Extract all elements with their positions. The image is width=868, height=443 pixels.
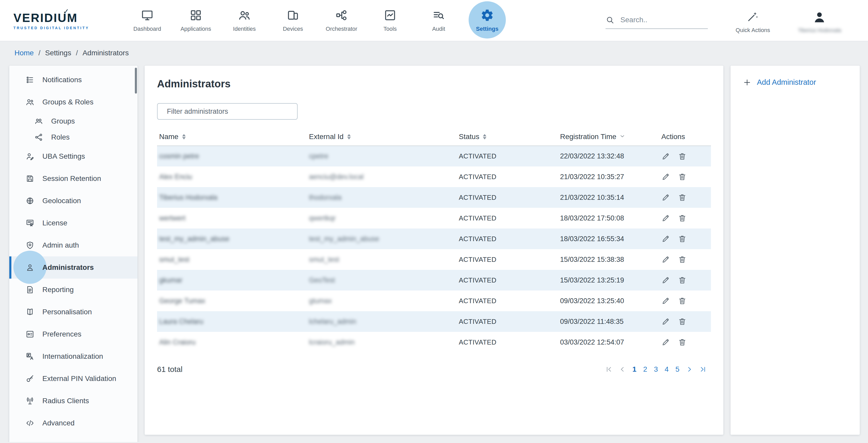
sidebar-item-preferences[interactable]: Preferences [9,323,137,345]
sidebar-item-external-pin-validation[interactable]: External PIN Validation [9,367,137,390]
search-input[interactable] [621,16,698,24]
quick-actions-button[interactable]: Quick Actions [736,10,770,34]
internationalization-icon [25,352,35,361]
admin-status: ACTIVATED [459,297,497,305]
breadcrumb: Home / Settings / Administrators [0,41,868,65]
table-row[interactable]: test_my_admin_abusetest_my_admin_abuseAC… [157,229,711,249]
sidebar-item-notifications[interactable]: Notifications [9,69,137,91]
sidebar-item-radius-clients[interactable]: Radius Clients [9,390,137,412]
breadcrumb-home[interactable]: Home [14,49,34,57]
edit-button[interactable] [661,317,670,326]
admin-registration-time: 21/03/2022 10:35:14 [560,194,624,201]
table-footer: 61 total 12345 [157,365,711,374]
nav-item-label: Orchestrator [326,26,357,32]
admin-external-id: cpetre [309,152,328,160]
table-row[interactable]: George TumaxgtumaxACTIVATED09/03/2022 13… [157,291,711,311]
preferences-icon [25,329,35,339]
sidebar-item-label: Notifications [42,76,82,84]
edit-button[interactable] [661,234,670,243]
delete-button[interactable] [678,234,687,243]
table-row[interactable]: Tiberius HodorxalathodorxalaACTIVATED21/… [157,187,711,208]
sidebar-item-administrators[interactable]: Administrators [9,256,137,278]
veridium-logo[interactable]: VERIDIUM ✓ TRUSTED DIGITAL IDENTITY [13,11,105,30]
pagination: 12345 [605,365,707,374]
nav-item-settings[interactable]: Settings [463,0,512,41]
page-number-1[interactable]: 1 [632,365,637,374]
delete-button[interactable] [678,172,687,181]
sidebar-item-roles[interactable]: Roles [9,129,137,145]
nav-item-audit[interactable]: Audit [414,0,463,41]
last-page-button[interactable] [699,365,707,373]
sidebar-item-label: License [42,219,67,227]
sidebar-item-label: Groups & Roles [42,98,94,106]
delete-button[interactable] [678,193,687,202]
page-number-3[interactable]: 3 [653,365,658,374]
edit-button[interactable] [661,276,670,285]
sidebar-item-advanced[interactable]: Advanced [9,412,137,434]
quick-actions-label: Quick Actions [736,27,770,34]
sidebar-item-license[interactable]: License [9,212,137,234]
page-number-5[interactable]: 5 [675,365,680,374]
nav-item-devices[interactable]: Devices [269,0,317,41]
nav-item-tools[interactable]: Tools [366,0,414,41]
delete-button[interactable] [678,296,687,305]
table-row[interactable]: smut_testsmut_testACTIVATED15/03/2022 15… [157,249,711,270]
edit-button[interactable] [661,338,670,347]
column-header-registration-time[interactable]: Registration Time [558,128,659,146]
sidebar-item-uba-settings[interactable]: UBA Settings [9,145,137,168]
filter-administrators-input[interactable] [157,103,298,120]
sidebar-item-label: Groups [51,117,75,125]
devices-icon [286,8,300,22]
next-page-button[interactable] [686,365,693,373]
page-number-4[interactable]: 4 [664,365,669,374]
edit-button[interactable] [661,296,670,305]
column-header-name[interactable]: Name [157,128,307,146]
column-header-external-id[interactable]: External Id [307,128,457,146]
sidebar-item-label: Personalisation [42,308,92,316]
user-name: Tiberius Hodorxala [798,27,841,33]
nav-item-dashboard[interactable]: Dashboard [123,0,172,41]
orchestrator-icon [335,8,348,22]
edit-button[interactable] [661,172,670,181]
sidebar-item-reporting[interactable]: Reporting [9,278,137,301]
user-menu[interactable]: Tiberius Hodorxala [798,10,841,33]
column-label: Status [459,132,479,141]
prev-page-button[interactable] [618,365,626,373]
edit-button[interactable] [661,255,670,264]
license-icon [25,218,35,228]
edit-button[interactable] [661,193,670,202]
delete-button[interactable] [678,276,687,285]
sidebar-item-personalisation[interactable]: Personalisation [9,301,137,323]
nav-item-label: Tools [383,26,397,32]
table-row[interactable]: gkumarGeoTestACTIVATED15/03/2022 13:25:1… [157,270,711,291]
delete-button[interactable] [678,317,687,326]
sidebar-item-geolocation[interactable]: Geolocation [9,190,137,212]
nav-item-applications[interactable]: Applications [172,0,220,41]
table-row[interactable]: cosmin petrecpetreACTIVATED22/03/2022 13… [157,146,711,167]
table-row[interactable]: Alex Enciuaenciu@dev.localACTIVATED21/03… [157,167,711,187]
nav-item-orchestrator[interactable]: Orchestrator [317,0,366,41]
delete-button[interactable] [678,255,687,264]
table-row[interactable]: Alin Craiorulcraioru_adminACTIVATED03/03… [157,332,711,353]
delete-button[interactable] [678,338,687,347]
table-header: NameExternal IdStatusRegistration TimeAc… [157,128,711,146]
nav-item-label: Dashboard [133,26,161,32]
sidebar-item-groups-roles[interactable]: Groups & Roles [9,91,137,113]
first-page-button[interactable] [605,365,613,373]
applications-icon [189,8,203,22]
user-avatar-icon [812,10,827,24]
delete-button[interactable] [678,152,687,161]
sidebar-item-groups[interactable]: Groups [9,113,137,129]
nav-item-identities[interactable]: Identities [220,0,269,41]
delete-button[interactable] [678,214,687,223]
add-administrator-button[interactable]: Add Administrator [743,78,860,87]
edit-button[interactable] [661,214,670,223]
table-row[interactable]: Laura Chelarulchelaru_adminACTIVATED09/0… [157,311,711,332]
sidebar-item-session-retention[interactable]: Session Retention [9,168,137,190]
sidebar-item-internationalization[interactable]: Internationalization [9,345,137,367]
edit-button[interactable] [661,152,670,161]
page-number-2[interactable]: 2 [643,365,648,374]
admin-external-id: aenciu@dev.local [309,173,364,181]
table-row[interactable]: wertwertqwertkqrACTIVATED18/03/2022 17:5… [157,208,711,229]
column-header-status[interactable]: Status [457,128,558,146]
